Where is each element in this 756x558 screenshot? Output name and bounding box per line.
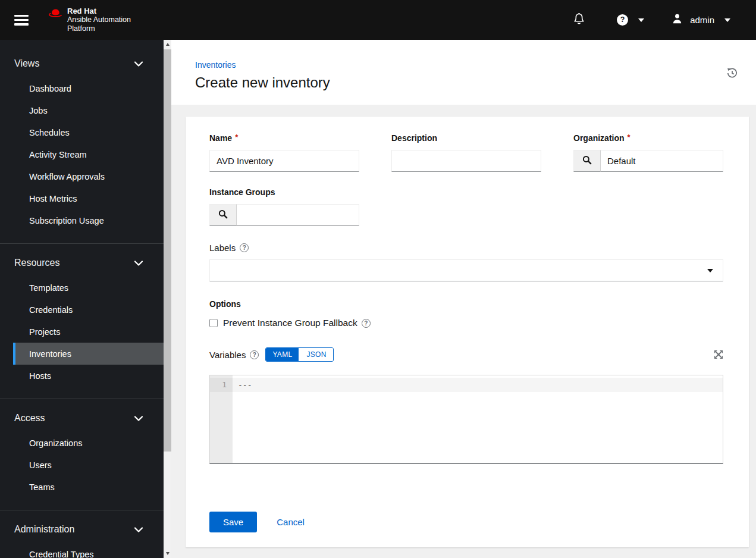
labels-select[interactable] [209,259,723,281]
sidebar-item-templates[interactable]: Templates [0,277,164,299]
options-label: Options [209,299,723,309]
labels-label: Labels ? [209,243,723,252]
description-input[interactable] [391,150,541,172]
variables-label: Variables ? [209,350,259,359]
sidebar-item-label: Dashboard [29,84,71,93]
main-content: Inventories Create new inventory Name* [171,40,756,558]
help-menu-button[interactable]: ? [617,14,644,26]
sidebar-item-label: Projects [29,327,60,337]
sidebar-item-activity-stream[interactable]: Activity Stream [0,143,164,165]
question-circle-outline-icon[interactable]: ? [362,319,371,328]
menu-toggle-icon[interactable] [14,15,29,26]
sidebar-item-subscription-usage[interactable]: Subscription Usage [0,209,164,231]
instance-groups-input[interactable] [236,204,359,226]
sidebar-scrollbar[interactable] [164,40,171,558]
json-toggle-button[interactable]: JSON [300,348,332,361]
masthead: Red Hat Ansible Automation Platform ? [0,0,756,40]
sidebar-item-label: Activity Stream [29,150,87,159]
variables-format-toggle: YAML JSON [265,347,333,362]
editor-line: --- [233,378,723,392]
labels-field-group: Labels ? [209,243,723,281]
sidebar-item-label: Credentials [29,305,73,315]
name-input[interactable] [209,150,359,172]
breadcrumb-inventories-link[interactable]: Inventories [195,60,236,70]
sidebar-item-teams[interactable]: Teams [0,476,164,498]
sidebar-item-organizations[interactable]: Organizations [0,432,164,454]
sidebar-item-credential-types[interactable]: Credential Types [0,543,164,558]
chevron-down-icon [134,413,143,424]
required-asterisk: * [235,133,238,142]
nav-group-administration: Administration Credential Types [0,510,164,558]
variables-code-editor[interactable]: 1 --- [209,375,723,464]
caret-down-icon [724,18,730,22]
sidebar-item-label: Workflow Approvals [29,172,105,181]
nav-group-toggle-access[interactable]: Access [0,412,164,424]
scrollbar-up-arrow[interactable] [164,40,171,49]
sidebar: Views Dashboard Jobs Schedules Activity … [0,40,171,558]
required-asterisk: * [628,133,630,142]
nav-group-views: Views Dashboard Jobs Schedules Activity … [0,40,164,243]
sidebar-item-inventories[interactable]: Inventories [13,343,164,365]
brand-line2: Ansible Automation [67,15,131,24]
organization-label: Organization* [573,133,723,143]
save-button[interactable]: Save [209,512,257,532]
scrollbar-thumb[interactable] [164,49,171,452]
line-number: 1 [210,378,233,392]
user-name: admin [690,15,714,25]
nav-group-toggle-administration[interactable]: Administration [0,523,164,535]
question-circle-outline-icon[interactable]: ? [250,350,259,359]
instance-groups-label: Instance Groups [209,187,723,197]
prevent-fallback-label: Prevent Instance Group Fallback [223,318,357,328]
sidebar-item-hosts[interactable]: Hosts [0,365,164,387]
sidebar-item-label: Jobs [29,106,48,115]
question-circle-outline-icon[interactable]: ? [240,243,249,252]
cancel-button[interactable]: Cancel [277,517,305,527]
brand-logo: Red Hat Ansible Automation Platform [48,7,131,33]
bell-icon [573,12,585,27]
caret-down-icon [707,269,713,272]
yaml-toggle-button[interactable]: YAML [266,348,300,361]
sidebar-item-label: Templates [29,283,68,293]
user-icon [672,13,683,27]
options-section: Options Prevent Instance Group Fallback … [209,299,723,328]
sidebar-item-jobs[interactable]: Jobs [0,99,164,121]
sidebar-item-projects[interactable]: Projects [0,321,164,343]
instance-groups-lookup-button[interactable] [209,204,236,226]
instance-groups-field-group: Instance Groups [209,187,723,226]
nav-group-label: Resources [14,258,59,268]
sidebar-item-credentials[interactable]: Credentials [0,299,164,321]
sidebar-item-label: Schedules [29,128,70,137]
sidebar-item-label: Organizations [29,438,82,448]
description-field-group: Description [391,133,541,172]
description-label: Description [391,133,541,143]
history-icon[interactable] [727,68,738,81]
caret-down-icon [638,18,644,22]
prevent-fallback-checkbox[interactable] [209,319,218,327]
expand-arrows-icon[interactable] [714,350,723,359]
sidebar-item-users[interactable]: Users [0,454,164,476]
scrollbar-down-arrow[interactable] [164,549,171,558]
user-menu-button[interactable]: admin [672,13,730,27]
sidebar-item-dashboard[interactable]: Dashboard [0,77,164,99]
sidebar-item-label: Subscription Usage [29,216,104,225]
search-icon [218,209,228,221]
page-header: Inventories Create new inventory [171,40,756,105]
name-label: Name* [209,133,359,143]
chevron-down-icon [134,524,143,535]
sidebar-item-label: Host Metrics [29,194,77,203]
sidebar-item-label: Inventories [29,349,71,359]
nav-group-resources: Resources Templates Credentials Projects… [0,243,164,399]
sidebar-item-schedules[interactable]: Schedules [0,121,164,143]
sidebar-item-workflow-approvals[interactable]: Workflow Approvals [0,165,164,187]
nav-group-access: Access Organizations Users Teams [0,399,164,510]
notifications-button[interactable] [573,12,585,27]
organization-lookup-button[interactable] [573,150,600,172]
editor-code-area[interactable]: --- [233,375,723,463]
name-field-group: Name* [209,133,359,172]
organization-input[interactable] [600,150,723,172]
nav-group-toggle-views[interactable]: Views [0,58,164,70]
nav-group-toggle-resources[interactable]: Resources [0,257,164,269]
sidebar-item-host-metrics[interactable]: Host Metrics [0,187,164,209]
question-circle-icon: ? [617,14,628,26]
sidebar-item-label: Credential Types [29,550,94,558]
